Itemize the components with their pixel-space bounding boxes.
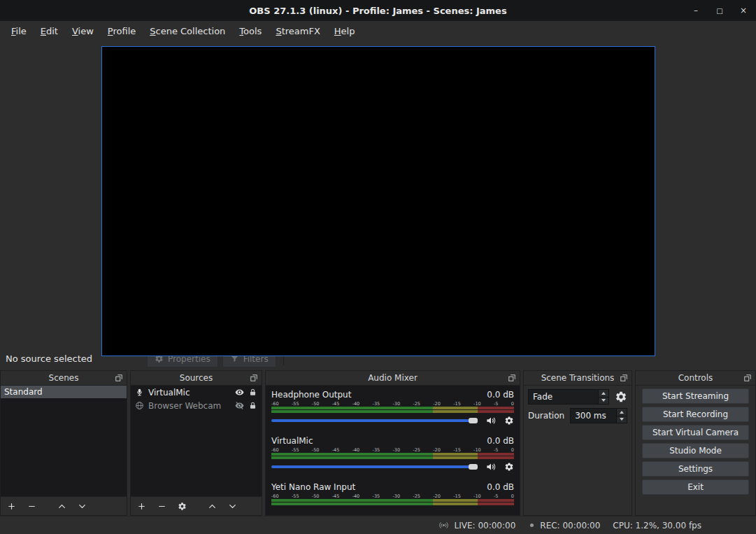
volume-slider[interactable]: [271, 461, 478, 472]
slider-track[interactable]: [271, 419, 476, 422]
audio-mixer-dock: Audio Mixer Headphone Output 0.0 dB -60-…: [265, 370, 520, 516]
add-scene-button[interactable]: [7, 502, 16, 511]
transition-gear-icon[interactable]: [615, 391, 627, 403]
minimize-button[interactable]: –: [689, 6, 703, 15]
combo-up-arrow[interactable]: [599, 390, 608, 397]
transition-select[interactable]: Fade: [528, 389, 609, 405]
start-recording-button[interactable]: Start Recording: [642, 407, 749, 422]
mixer-channel-yeti-nano: Yeti Nano Raw Input 0.0 dB -60-55-50-45-…: [271, 482, 514, 505]
duration-up-arrow[interactable]: [617, 409, 627, 416]
combo-spinner: [598, 390, 608, 404]
speaker-icon[interactable]: [485, 415, 497, 426]
menu-scene-collection[interactable]: Scene Collection: [143, 23, 232, 39]
statusbar: LIVE: 00:00:00 REC: 00:00:00 CPU: 1.2%, …: [0, 516, 756, 534]
sources-toolbar: [131, 496, 262, 515]
popout-icon[interactable]: [620, 374, 628, 382]
add-source-button[interactable]: [137, 502, 146, 511]
gear-icon[interactable]: [504, 416, 514, 426]
transitions-dock-title: Scene Transitions: [541, 373, 615, 383]
channel-level: 0.0 dB: [487, 436, 514, 447]
lock-icon[interactable]: [248, 401, 257, 410]
cpu-fps-stats: CPU: 1.2%, 30.00 fps: [613, 521, 701, 531]
visibility-eye-icon[interactable]: [235, 388, 244, 397]
menu-tools[interactable]: Tools: [232, 23, 269, 39]
source-label: VirtualMic: [148, 388, 231, 398]
settings-button[interactable]: Settings: [642, 461, 749, 477]
live-status: LIVE: 00:00:00: [437, 520, 516, 531]
menu-profile[interactable]: Profile: [101, 23, 143, 39]
volume-meter: [271, 453, 514, 459]
exit-button[interactable]: Exit: [642, 479, 749, 495]
menu-streamfx[interactable]: StreamFX: [269, 23, 327, 39]
scenes-dock-header[interactable]: Scenes: [1, 371, 127, 386]
gear-icon[interactable]: [504, 462, 514, 472]
menu-file[interactable]: File: [4, 23, 34, 39]
visibility-eye-off-icon[interactable]: [235, 401, 244, 410]
titlebar[interactable]: OBS 27.1.3 (linux) - Profile: James - Sc…: [0, 0, 756, 21]
menu-help[interactable]: Help: [327, 23, 362, 39]
channel-level: 0.0 dB: [487, 482, 514, 493]
meter-scale: -60-55-50-45-40-35-30-25-20-15-10-50: [271, 401, 514, 407]
scenes-dock-title: Scenes: [49, 373, 79, 383]
remove-scene-button[interactable]: [27, 502, 36, 511]
close-button[interactable]: ×: [736, 6, 750, 15]
duration-spinbox[interactable]: 300 ms: [570, 408, 627, 423]
popout-icon[interactable]: [508, 374, 516, 382]
controls-dock-title: Controls: [678, 373, 713, 383]
source-properties-gear-icon[interactable]: [178, 502, 187, 511]
slider-handle[interactable]: [469, 418, 478, 423]
obs-window: OBS 27.1.3 (linux) - Profile: James - Sc…: [0, 0, 756, 534]
start-virtual-camera-button[interactable]: Start Virtual Camera: [642, 425, 749, 440]
studio-mode-button[interactable]: Studio Mode: [642, 443, 749, 458]
preview-area: [0, 41, 756, 347]
transitions-dock-header[interactable]: Scene Transitions: [524, 371, 632, 386]
duration-value: 300 ms: [571, 409, 616, 423]
controls-dock-header[interactable]: Controls: [636, 371, 755, 386]
sources-list[interactable]: VirtualMic Browser Webcam: [131, 386, 262, 496]
maximize-button[interactable]: □: [713, 7, 727, 15]
mixer-channel-headphone-output: Headphone Output 0.0 dB -60-55-50-45-40-…: [271, 390, 514, 426]
channel-name: Headphone Output: [271, 390, 351, 401]
scene-transitions-dock: Scene Transitions Fade Duration: [523, 370, 632, 516]
source-up-button[interactable]: [208, 502, 217, 511]
combo-down-arrow[interactable]: [599, 397, 608, 405]
speaker-icon[interactable]: [485, 461, 497, 472]
source-down-button[interactable]: [228, 502, 237, 511]
popout-icon[interactable]: [115, 374, 123, 382]
window-controls: – □ ×: [689, 0, 750, 21]
popout-icon[interactable]: [743, 374, 752, 382]
mixer-dock-header[interactable]: Audio Mixer: [266, 371, 520, 386]
source-item-virtualmic[interactable]: VirtualMic: [131, 386, 262, 399]
volume-meter: [271, 499, 514, 505]
duration-down-arrow[interactable]: [617, 416, 627, 423]
duration-spinner: [616, 409, 627, 423]
start-streaming-button[interactable]: Start Streaming: [642, 388, 749, 404]
scene-item-standard[interactable]: Standard: [1, 386, 127, 398]
preview-canvas[interactable]: [101, 46, 655, 356]
menu-view[interactable]: View: [65, 23, 101, 39]
scenes-list[interactable]: Standard: [1, 386, 127, 496]
docks-row: Scenes Standard Sources: [0, 370, 756, 516]
volume-slider[interactable]: [271, 415, 478, 426]
scene-down-button[interactable]: [78, 502, 87, 511]
popout-icon[interactable]: [250, 374, 258, 382]
scene-up-button[interactable]: [57, 502, 66, 511]
channel-level: 0.0 dB: [487, 390, 514, 401]
source-item-browser-webcam[interactable]: Browser Webcam: [131, 399, 262, 412]
globe-icon: [135, 401, 144, 410]
controls-dock: Controls Start Streaming Start Recording…: [635, 370, 756, 516]
scenes-dock: Scenes Standard: [0, 370, 127, 516]
remove-source-button[interactable]: [157, 502, 166, 511]
mixer-dock-title: Audio Mixer: [368, 373, 418, 383]
sources-dock-header[interactable]: Sources: [131, 371, 262, 386]
broadcast-icon: [437, 520, 450, 531]
volume-meter: [271, 407, 514, 413]
source-label: Browser Webcam: [148, 401, 231, 411]
menubar: File Edit View Profile Scene Collection …: [0, 21, 756, 41]
slider-track[interactable]: [271, 465, 476, 468]
menu-edit[interactable]: Edit: [34, 23, 65, 39]
slider-handle[interactable]: [469, 464, 478, 470]
live-time: LIVE: 00:00:00: [455, 521, 516, 531]
lock-icon[interactable]: [248, 388, 257, 397]
transitions-body: Fade Duration 300 ms: [524, 386, 632, 515]
